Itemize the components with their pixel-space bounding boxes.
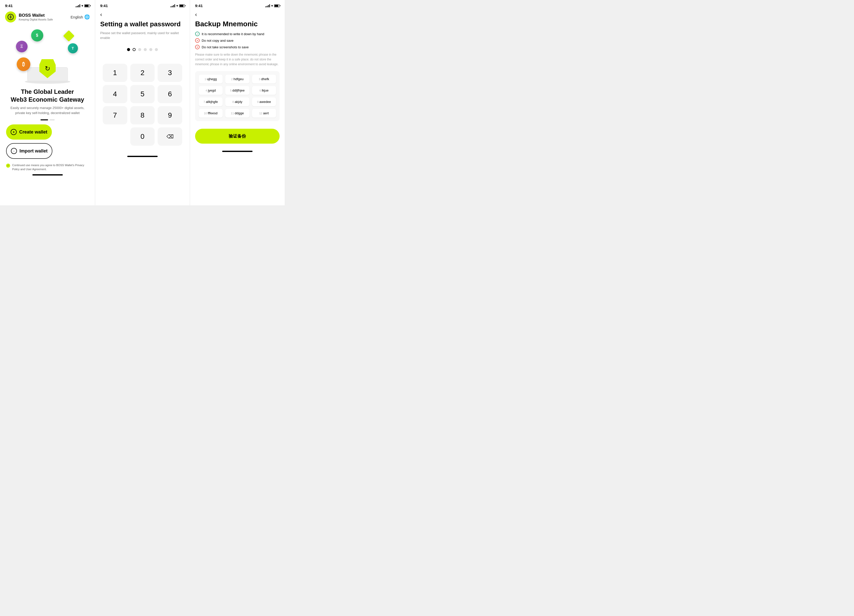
logo-text: BOSS Wallet Keeping Digital Assets Safe [19,13,53,21]
tip-2-text: Do not copy and save [202,39,233,43]
page-dots [0,119,95,120]
key-8[interactable]: 8 [130,106,155,125]
time-3: 9:41 [195,3,203,8]
create-wallet-button[interactable]: + Create wallet [6,125,52,140]
hero-subtitle: Easily and securely manage 25000+ digita… [0,105,95,115]
status-bar-1: 9:41 ▾ [0,0,95,9]
logo-area: BOSS Wallet Keeping Digital Assets Safe [5,11,53,23]
mnemonic-word-11: 11ddgge [225,109,249,117]
mnemonic-title: Backup Mnemonic [195,20,280,28]
time-2: 9:41 [100,3,108,8]
password-title: Setting a wallet password [100,20,185,29]
globe-icon: 🌐 [84,14,90,20]
key-4[interactable]: 4 [103,85,127,103]
wifi-icon-3: ▾ [271,4,273,8]
key-7[interactable]: 7 [103,106,127,125]
key-empty [103,128,127,146]
numpad: 1 2 3 4 5 6 7 8 9 0 ⌫ [100,64,185,146]
dot-2 [50,119,55,120]
key-3[interactable]: 3 [158,64,182,82]
battery-icon-1 [84,4,90,7]
step-dot-3 [138,48,141,51]
status-icons-3: ▾ [265,4,280,8]
step-dot-5 [149,48,152,51]
tip-1: ✓ It is recommended to write it down by … [195,32,280,36]
phone2-password: 9:41 ▾ ‹ Setting a wallet password Pleas… [95,0,190,205]
password-content: Setting a wallet password Please set the… [95,20,190,146]
app-logo [5,11,16,23]
battery-icon-3 [274,4,280,7]
wifi-icon-2: ▾ [176,4,178,8]
status-icons-1: ▾ [76,4,90,8]
password-subtitle: Please set the wallet password, mainly u… [100,30,185,41]
signal-icon-3 [265,4,270,7]
mnemonic-word-5: 5ddljfhjee [225,86,249,95]
key-6[interactable]: 6 [158,85,182,103]
phone3-mnemonic: 9:41 ▾ ‹ Backup Mnemonic ✓ It is recomme… [190,0,285,205]
privacy-notice: ✓ Continued use means you agree to BOSS … [0,162,95,172]
import-icon: ↓ [11,148,17,154]
signal-icon-1 [76,4,80,7]
step-dot-1 [127,48,130,51]
tip-warn-icon-1: ✕ [195,38,200,43]
hero-title: The Global LeaderWeb3 Economic Gateway [0,84,95,105]
key-1[interactable]: 1 [103,64,127,82]
mnemonic-content: Backup Mnemonic ✓ It is recommended to w… [190,20,285,149]
dot-1 [41,119,48,120]
wifi-icon-1: ▾ [81,4,83,8]
step-dot-4 [144,48,147,51]
tip-2: ✕ Do not copy and save [195,38,280,43]
app-header: BOSS Wallet Keeping Digital Assets Safe … [0,9,95,26]
back-button-2[interactable]: ‹ [95,9,190,20]
mnemonic-word-3: 3dhefk [252,75,276,84]
mnemonic-word-1: 1ujhegg [199,75,223,84]
progress-indicator [100,48,185,51]
tip-check-icon: ✓ [195,32,200,36]
mnemonic-word-9: 9awedee [252,97,276,106]
tip-1-text: It is recommended to write it down by ha… [202,32,264,36]
status-bar-3: 9:41 ▾ [190,0,285,9]
step-dot-6 [155,48,158,51]
mnemonic-word-7: 7allkjhgfe [199,97,223,106]
key-5[interactable]: 5 [130,85,155,103]
mnemonic-description: Please make sure to write down the mnemo… [195,52,280,67]
home-indicator-2 [127,156,158,157]
import-label: Import wallet [20,148,47,154]
check-icon: ✓ [6,164,10,168]
tip-3: ✕ Do not take screenshots to save [195,45,280,49]
key-backspace[interactable]: ⌫ [158,128,182,146]
home-indicator-3 [222,151,253,152]
language-label: English [70,15,83,19]
privacy-text: Continued use means you agree to BOSS Wa… [12,163,89,171]
mnemonic-word-6: 6lkjue [252,86,276,95]
home-indicator-1 [32,174,63,175]
tip-3-text: Do not take screenshots to save [202,45,249,49]
mnemonic-word-4: 4jyegd [199,86,223,95]
hero-illustration: ↻ Ξ $ ₿ T [15,28,81,84]
verify-backup-button[interactable]: 验证备份 [195,129,280,144]
tip-warn-icon-2: ✕ [195,45,200,49]
mnemonic-word-10: 10fffeesd [199,109,223,117]
status-icons-2: ▾ [171,4,185,8]
step-dot-2 [133,48,136,51]
language-selector[interactable]: English 🌐 [70,14,90,20]
status-bar-2: 9:41 ▾ [95,0,190,9]
key-2[interactable]: 2 [130,64,155,82]
mnemonic-word-8: 8akjdy [225,97,249,106]
battery-icon-2 [179,4,185,7]
create-label: Create wallet [19,129,47,135]
mnemonic-word-12: 12aert [252,109,276,117]
import-wallet-button[interactable]: ↓ Import wallet [6,143,52,159]
mnemonic-word-2: 2hdfgeu [225,75,249,84]
app-name: BOSS Wallet [19,13,53,18]
key-0[interactable]: 0 [130,128,155,146]
create-icon: + [11,129,17,135]
time-1: 9:41 [5,3,13,8]
mnemonic-grid: 1ujhegg2hdfgeu3dhefk4jyegd5ddljfhjee6lkj… [195,71,280,121]
key-9[interactable]: 9 [158,106,182,125]
back-button-3[interactable]: ‹ [190,9,285,20]
app-tagline: Keeping Digital Assets Safe [19,18,53,21]
phone1-welcome: 9:41 ▾ BOSS Wallet [0,0,95,205]
signal-icon-2 [171,4,175,7]
